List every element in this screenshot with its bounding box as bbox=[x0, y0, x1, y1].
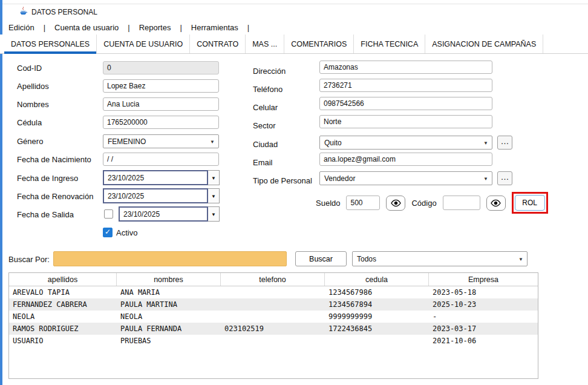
table-cell: 2023-03-17 bbox=[429, 323, 538, 335]
table-cell: USUARIO bbox=[9, 335, 117, 347]
table-cell: AREVALO TAPIA bbox=[9, 286, 117, 298]
telefono-input[interactable] bbox=[319, 79, 492, 92]
fecha-salida-value[interactable]: 23/10/2025 bbox=[119, 206, 208, 222]
table-cell: 2023-05-18 bbox=[429, 286, 538, 298]
sector-input[interactable] bbox=[319, 115, 492, 128]
tipo-personal-label: Tipo de Personal bbox=[253, 176, 312, 185]
table-cell bbox=[325, 335, 429, 347]
celular-label: Celular bbox=[253, 103, 278, 112]
table-cell bbox=[221, 298, 325, 311]
fecha-ingreso-dropdown-button[interactable] bbox=[208, 170, 220, 185]
table-cell: 1234567894 bbox=[325, 298, 429, 311]
eye-icon bbox=[490, 199, 501, 207]
email-label: Email bbox=[253, 158, 273, 167]
codigo-show-button[interactable] bbox=[486, 196, 506, 211]
fecha-renovacion-value[interactable]: 23/10/2025 bbox=[103, 188, 208, 203]
app-window: DATOS PERSONAL Edición | Cuenta de usuar… bbox=[0, 0, 588, 385]
table-cell: NEOLA bbox=[9, 311, 117, 323]
tab-asignacion-de-campanas[interactable]: ASIGNACION DE CAMPAÑAS bbox=[425, 35, 543, 53]
tab-comentarios[interactable]: COMENTARIOS bbox=[284, 35, 354, 53]
fecha-salida-checkbox[interactable] bbox=[104, 209, 113, 219]
column-header-telefono[interactable]: telefono bbox=[221, 273, 325, 286]
fecha-nacimiento-input[interactable] bbox=[103, 153, 219, 166]
ciudad-select[interactable]: Quito bbox=[319, 136, 492, 150]
genero-selected-value: FEMENINO bbox=[108, 137, 146, 146]
ciudad-more-button[interactable]: … bbox=[497, 136, 512, 150]
tipo-personal-selected-value: Vendedor bbox=[324, 174, 355, 183]
tab-mas[interactable]: MAS ... bbox=[246, 35, 284, 53]
filter-selected-value: Todos bbox=[357, 255, 376, 263]
menu-herramientas[interactable]: Herramientas bbox=[191, 23, 238, 32]
tipo-personal-more-button[interactable]: … bbox=[497, 171, 512, 185]
table-cell bbox=[221, 311, 325, 323]
table-cell: 2021-10-06 bbox=[429, 335, 538, 347]
highlight-box: ROL bbox=[512, 192, 548, 214]
menu-bar: Edición | Cuenta de usuario | Reportes |… bbox=[8, 22, 249, 33]
table-cell: 1234567986 bbox=[325, 286, 429, 298]
column-header-nombres[interactable]: nombres bbox=[117, 273, 221, 286]
table-row[interactable]: RAMOS RODRIGUEZ PAULA FERNANDA 023102519… bbox=[9, 323, 538, 335]
celular-input[interactable] bbox=[319, 97, 492, 110]
tipo-personal-select[interactable]: Vendedor bbox=[319, 171, 492, 185]
tab-bar: DATOS PERSONALES CUENTA DE USUARIO CONTR… bbox=[0, 35, 588, 54]
tab-contrato[interactable]: CONTRATO bbox=[190, 35, 246, 53]
fecha-renovacion-dropdown-button[interactable] bbox=[208, 188, 220, 203]
menu-separator: | bbox=[180, 23, 181, 32]
tab-cuenta-de-usuario[interactable]: CUENTA DE USUARIO bbox=[97, 35, 190, 53]
menu-separator: | bbox=[247, 23, 249, 32]
rol-button[interactable]: ROL bbox=[515, 195, 545, 211]
cedula-input[interactable] bbox=[103, 116, 219, 129]
table-row[interactable]: FERNANDEZ CABRERA PAULA MARTINA 12345678… bbox=[9, 298, 538, 311]
fecha-renovacion-picker: 23/10/2025 bbox=[103, 188, 220, 203]
column-header-apellidos[interactable]: apellidos bbox=[9, 273, 117, 286]
telefono-label: Teléfono bbox=[253, 85, 283, 94]
fecha-ingreso-value[interactable]: 23/10/2025 bbox=[103, 170, 208, 185]
nombres-input[interactable] bbox=[103, 97, 219, 111]
table-cell: PAULA FERNANDA bbox=[117, 323, 221, 335]
direccion-input[interactable] bbox=[319, 61, 492, 74]
cedula-label: Cédula bbox=[17, 118, 42, 127]
search-input[interactable] bbox=[53, 251, 287, 266]
fecha-salida-dropdown-button[interactable] bbox=[208, 206, 220, 222]
buscar-button[interactable]: Buscar bbox=[295, 251, 347, 266]
buscar-por-label: Buscar Por: bbox=[8, 255, 50, 264]
fecha-ingreso-label: Fecha de Ingreso bbox=[17, 174, 78, 183]
tab-ficha-tecnica[interactable]: FICHA TECNICA bbox=[354, 35, 425, 53]
fecha-nacimiento-label: Fecha de Nacimiento bbox=[17, 155, 91, 164]
window-edge bbox=[0, 0, 2, 385]
table-cell bbox=[221, 335, 325, 347]
activo-checkbox[interactable] bbox=[103, 228, 113, 237]
table-row[interactable]: USUARIO PRUEBAS 2021-10-06 bbox=[9, 335, 538, 347]
fecha-salida-picker: 23/10/2025 bbox=[119, 206, 220, 222]
menu-cuenta-de-usuario[interactable]: Cuenta de usuario bbox=[54, 23, 119, 32]
sueldo-label: Sueldo bbox=[316, 199, 340, 208]
email-input[interactable] bbox=[319, 153, 492, 166]
genero-label: Género bbox=[17, 137, 43, 146]
filter-select[interactable]: Todos bbox=[352, 251, 528, 266]
window-top-border bbox=[2, 4, 588, 4]
table-cell: ANA MARIA bbox=[117, 286, 221, 298]
window-title: DATOS PERSONAL bbox=[31, 8, 97, 16]
sueldo-show-button[interactable] bbox=[386, 196, 405, 211]
cod-id-label: Cod-ID bbox=[17, 64, 42, 73]
menu-separator: | bbox=[128, 23, 129, 32]
apellidos-input[interactable] bbox=[103, 79, 219, 93]
table-row[interactable]: NEOLA NEOLA 9999999999 - bbox=[9, 311, 538, 323]
table-row[interactable]: AREVALO TAPIA ANA MARIA 1234567986 2023-… bbox=[9, 286, 538, 298]
menu-reportes[interactable]: Reportes bbox=[139, 23, 171, 32]
sueldo-input[interactable] bbox=[346, 196, 380, 210]
codigo-label: Código bbox=[411, 199, 436, 208]
table-cell: - bbox=[429, 311, 538, 323]
activo-label: Activo bbox=[116, 228, 137, 237]
table-cell: NEOLA bbox=[117, 311, 221, 323]
column-header-cedula[interactable]: cedula bbox=[325, 273, 429, 286]
ciudad-label: Ciudad bbox=[253, 140, 278, 149]
fecha-renovacion-label: Fecha de Renovación bbox=[17, 192, 93, 201]
codigo-input[interactable] bbox=[443, 196, 480, 210]
menu-edicion[interactable]: Edición bbox=[8, 23, 34, 32]
table-cell: 023102519 bbox=[221, 323, 325, 335]
genero-select[interactable]: FEMENINO bbox=[103, 134, 219, 148]
column-header-empresa[interactable]: Empresa bbox=[429, 273, 538, 286]
sueldo-row: Sueldo Código ROL bbox=[316, 192, 548, 214]
tab-datos-personales[interactable]: DATOS PERSONALES bbox=[4, 35, 97, 53]
